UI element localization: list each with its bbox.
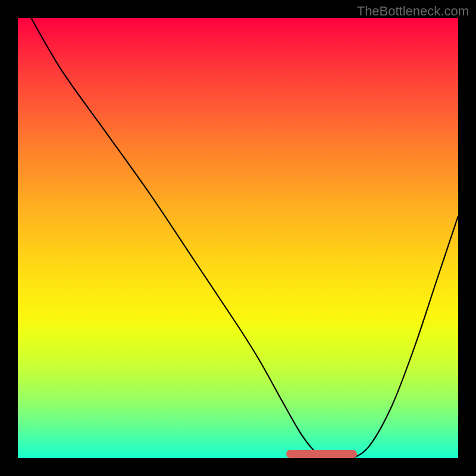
plot-area: [18, 18, 458, 458]
optimal-range-marker: [286, 450, 356, 458]
bottleneck-curve: [18, 18, 458, 458]
watermark-text: TheBottleneck.com: [357, 4, 469, 19]
chart-frame: TheBottleneck.com: [0, 0, 476, 476]
